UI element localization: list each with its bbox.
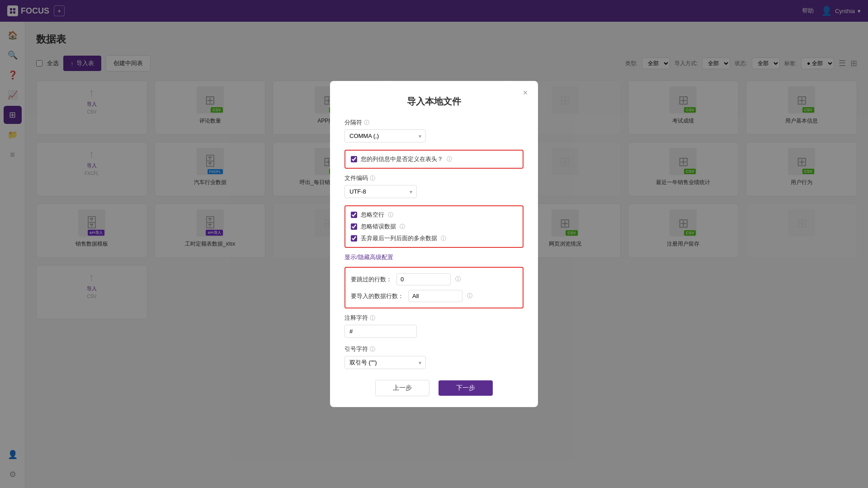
ignore-error-row: 忽略错误数据 ⓘ <box>351 223 517 231</box>
separator-help-icon[interactable]: ⓘ <box>364 119 369 127</box>
encoding-select[interactable]: UTF-8 GBK GB2312 UTF-16 <box>344 185 417 198</box>
ignore-blank-checkbox[interactable] <box>351 212 357 218</box>
comment-section: 注释字符 ⓘ <box>344 314 524 338</box>
header-checkbox[interactable] <box>351 156 357 162</box>
separator-label: 分隔符 ⓘ <box>344 118 524 127</box>
skip-rows-help-icon[interactable]: ⓘ <box>455 275 461 283</box>
skip-rows-input[interactable] <box>396 273 451 285</box>
import-dialog: × 导入本地文件 分隔符 ⓘ COMMA (,) TAB SEMICOLON (… <box>330 81 538 407</box>
header-checkbox-row: 您的列信息中是否定义在表头？ ⓘ <box>351 155 517 163</box>
ignore-blank-help-icon[interactable]: ⓘ <box>388 211 393 219</box>
comment-label: 注释字符 ⓘ <box>344 314 524 322</box>
encoding-select-wrapper: UTF-8 GBK GB2312 UTF-16 <box>344 185 417 198</box>
dialog-close-button[interactable]: × <box>520 87 531 98</box>
separator-select-wrapper: COMMA (,) TAB SEMICOLON (;) SPACE PIPE (… <box>344 129 426 142</box>
comment-input[interactable] <box>344 325 417 338</box>
import-rows-label: 要导入的数据行数： <box>351 292 404 300</box>
quote-section: 引号字符 ⓘ 双引号 ("") 单引号 ('') <box>344 345 524 369</box>
ignore-blank-label: 忽略空行 <box>361 211 384 219</box>
dialog-footer: 上一步 下一步 <box>344 380 524 396</box>
quote-select-wrapper: 双引号 ("") 单引号 ('') <box>344 356 426 369</box>
separator-section: 分隔符 ⓘ COMMA (,) TAB SEMICOLON (;) SPACE … <box>344 118 524 142</box>
skip-rows-label: 要跳过的行数： <box>351 275 392 284</box>
back-button[interactable]: 上一步 <box>375 380 429 396</box>
discard-extra-label: 丢弃最后一列后面的多余数据 <box>361 234 437 242</box>
quote-help-icon[interactable]: ⓘ <box>370 346 375 353</box>
import-rows-help-icon[interactable]: ⓘ <box>467 292 472 300</box>
next-button[interactable]: 下一步 <box>439 380 493 396</box>
header-checkbox-label: 您的列信息中是否定义在表头？ <box>361 155 443 163</box>
ignore-blank-row: 忽略空行 ⓘ <box>351 211 517 219</box>
advanced-config-link[interactable]: 显示/隐藏高级配置 <box>344 253 524 261</box>
encoding-section: 文件编码 ⓘ UTF-8 GBK GB2312 UTF-16 <box>344 174 524 198</box>
header-help-icon[interactable]: ⓘ <box>447 156 452 163</box>
ignore-error-label: 忽略错误数据 <box>361 223 396 231</box>
header-checkbox-section: 您的列信息中是否定义在表头？ ⓘ <box>344 150 524 169</box>
discard-extra-row: 丢弃最后一列后面的多余数据 ⓘ <box>351 234 517 242</box>
ignore-error-checkbox[interactable] <box>351 223 357 230</box>
dialog-overlay: × 导入本地文件 分隔符 ⓘ COMMA (,) TAB SEMICOLON (… <box>0 0 868 488</box>
import-rows-row: 要导入的数据行数： ⓘ <box>351 290 517 302</box>
dialog-title: 导入本地文件 <box>344 95 524 108</box>
quote-label: 引号字符 ⓘ <box>344 345 524 353</box>
separator-select[interactable]: COMMA (,) TAB SEMICOLON (;) SPACE PIPE (… <box>344 129 426 142</box>
checkboxes-section: 忽略空行 ⓘ 忽略错误数据 ⓘ 丢弃最后一列后面的多余数据 ⓘ <box>344 205 524 248</box>
encoding-help-icon[interactable]: ⓘ <box>370 175 375 182</box>
quote-select[interactable]: 双引号 ("") 单引号 ('') <box>344 356 426 369</box>
advanced-section: 要跳过的行数： ⓘ 要导入的数据行数： ⓘ <box>344 267 524 308</box>
import-rows-input[interactable] <box>408 290 462 302</box>
ignore-error-help-icon[interactable]: ⓘ <box>400 223 405 231</box>
discard-extra-checkbox[interactable] <box>351 235 357 242</box>
discard-extra-help-icon[interactable]: ⓘ <box>441 235 446 242</box>
skip-rows-row: 要跳过的行数： ⓘ <box>351 273 517 285</box>
comment-help-icon[interactable]: ⓘ <box>370 314 375 322</box>
encoding-label: 文件编码 ⓘ <box>344 174 524 182</box>
